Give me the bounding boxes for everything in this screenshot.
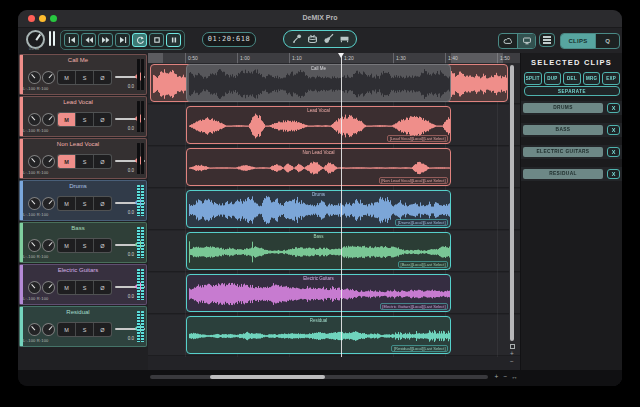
remove-clip-button[interactable]: X: [607, 103, 620, 114]
guitar-tool-button[interactable]: [323, 30, 334, 48]
playhead-line[interactable]: [341, 53, 342, 357]
phase-button[interactable]: Ø: [93, 239, 111, 252]
timeline-area[interactable]: 0:501:001:101:201:301:401:50 Call MeLead…: [148, 53, 520, 370]
phase-button[interactable]: Ø: [93, 155, 111, 168]
level-meter: [137, 101, 144, 132]
mute-button[interactable]: M: [58, 281, 75, 294]
microphone-tool-button[interactable]: [291, 30, 302, 48]
clip-action-del-button[interactable]: DEL: [563, 72, 581, 85]
clip-action-dup-button[interactable]: DUP: [544, 72, 562, 85]
solo-button[interactable]: S: [75, 323, 93, 336]
clip[interactable]: Non Lead Vocal[Non Lead Vocal][Local][La…: [186, 148, 451, 186]
ruler-tick-label: 1:50: [500, 55, 510, 61]
mute-button[interactable]: M: [58, 197, 75, 210]
pan-knob-right[interactable]: [42, 323, 55, 336]
pan-knob-right[interactable]: [42, 281, 55, 294]
h-zoom-out-button[interactable]: −: [501, 372, 510, 382]
menu-button[interactable]: [539, 33, 555, 47]
clip[interactable]: Electric Guitars[Electric Guitars][Local…: [186, 274, 451, 312]
pan-knob-left[interactable]: [28, 155, 41, 168]
v-zoom-in-button[interactable]: +: [508, 350, 516, 358]
track-header[interactable]: Lead VocalMSØL:-100 R:1000.0: [19, 96, 147, 137]
fast-forward-button[interactable]: [98, 33, 113, 47]
track-header[interactable]: ResidualMSØL:-100 R:1000.0: [19, 306, 147, 347]
clip[interactable]: Drums[Drums][Local][Last Select]: [186, 190, 451, 228]
selected-clip-chip[interactable]: ELECTRIC GUITARS: [523, 147, 603, 158]
remove-clip-button[interactable]: X: [607, 169, 620, 180]
selected-clip-chip[interactable]: BASS: [523, 125, 603, 136]
knob-pointer-icon: [31, 325, 35, 330]
separate-button[interactable]: SEPARATE: [524, 86, 620, 96]
loop-button[interactable]: [132, 33, 147, 47]
pause-button[interactable]: [166, 33, 181, 47]
clip[interactable]: Call Me: [186, 64, 451, 102]
q-button[interactable]: Q: [595, 34, 619, 48]
monitor-button[interactable]: [517, 34, 535, 48]
mute-solo-phase-group: MSØ: [57, 154, 112, 169]
phase-button[interactable]: Ø: [93, 113, 111, 126]
clip-action-mrg-button[interactable]: MRG: [583, 72, 601, 85]
clip-action-split-button[interactable]: SPLIT: [524, 72, 542, 85]
piano-tool-button[interactable]: [339, 30, 350, 48]
pan-knob-right[interactable]: [42, 197, 55, 210]
h-zoom-in-button[interactable]: +: [492, 372, 501, 382]
horizontal-scrollbar-thumb[interactable]: [210, 375, 325, 379]
skip-end-button[interactable]: [115, 33, 130, 47]
mute-button[interactable]: M: [58, 239, 75, 252]
clip[interactable]: Lead Vocal[Lead Vocal][Local][Last Selec…: [186, 106, 451, 144]
phase-button[interactable]: Ø: [93, 323, 111, 336]
pan-knob-right[interactable]: [42, 239, 55, 252]
pan-knob-right[interactable]: [42, 155, 55, 168]
h-zoom-fit-button[interactable]: ↔: [510, 372, 519, 382]
drums-tool-button[interactable]: [307, 30, 318, 48]
selected-clip-chip[interactable]: DRUMS: [523, 103, 603, 114]
solo-button[interactable]: S: [75, 239, 93, 252]
mute-button[interactable]: M: [58, 113, 75, 126]
v-zoom-out-button[interactable]: −: [508, 358, 516, 366]
vertical-scrollbar-thumb[interactable]: [510, 65, 514, 341]
pan-knob-right[interactable]: [42, 71, 55, 84]
phase-button[interactable]: Ø: [93, 281, 111, 294]
track-header[interactable]: Electric GuitarsMSØL:-100 R:1000.0: [19, 264, 147, 305]
solo-button[interactable]: S: [75, 281, 93, 294]
pan-knob-left[interactable]: [28, 323, 41, 336]
selected-clip-chip[interactable]: RESIDUAL: [523, 169, 603, 180]
solo-button[interactable]: S: [75, 71, 93, 84]
skip-start-button[interactable]: [64, 33, 79, 47]
fast-forward-icon: [101, 35, 111, 45]
clips-button[interactable]: CLIPS: [561, 34, 595, 48]
stop-button[interactable]: [149, 33, 164, 47]
clip[interactable]: Residual[Residual][Local][Last Select]: [186, 316, 451, 354]
playhead-marker-icon[interactable]: [338, 53, 344, 58]
clip-action-exp-button[interactable]: EXP: [602, 72, 620, 85]
v-zoom-fit-button[interactable]: [510, 344, 515, 349]
pan-knob-left[interactable]: [28, 239, 41, 252]
remove-clip-button[interactable]: X: [607, 125, 620, 136]
rewind-button[interactable]: [81, 33, 96, 47]
pan-knob-left[interactable]: [28, 197, 41, 210]
phase-button[interactable]: Ø: [93, 197, 111, 210]
horizontal-scrollbar[interactable]: [150, 375, 488, 379]
mute-button[interactable]: M: [58, 155, 75, 168]
remove-clip-button[interactable]: X: [607, 147, 620, 158]
cloud-button[interactable]: [499, 34, 517, 48]
track-header[interactable]: DrumsMSØL:-100 R:1000.0: [19, 180, 147, 221]
mute-button[interactable]: M: [58, 323, 75, 336]
track-header[interactable]: Non Lead VocalMSØL:-100 R:1000.0: [19, 138, 147, 179]
solo-button[interactable]: S: [75, 155, 93, 168]
vertical-scrollbar[interactable]: [509, 64, 514, 342]
pan-knob-left[interactable]: [28, 281, 41, 294]
pan-knob-right[interactable]: [42, 113, 55, 126]
pan-knob-left[interactable]: [28, 71, 41, 84]
track-header[interactable]: BassMSØL:-100 R:1000.0: [19, 222, 147, 263]
title-bar[interactable]: DeMIX Pro: [18, 10, 622, 28]
level-meter: [137, 185, 144, 216]
mute-button[interactable]: M: [58, 71, 75, 84]
mute-solo-phase-group: MSØ: [57, 112, 112, 127]
pan-knob-left[interactable]: [28, 113, 41, 126]
solo-button[interactable]: S: [75, 197, 93, 210]
phase-button[interactable]: Ø: [93, 71, 111, 84]
solo-button[interactable]: S: [75, 113, 93, 126]
track-header[interactable]: Call MeMSØL:-100 R:1000.0: [19, 54, 147, 95]
clip[interactable]: Bass[Bass][Local][Last Select]: [186, 232, 451, 270]
